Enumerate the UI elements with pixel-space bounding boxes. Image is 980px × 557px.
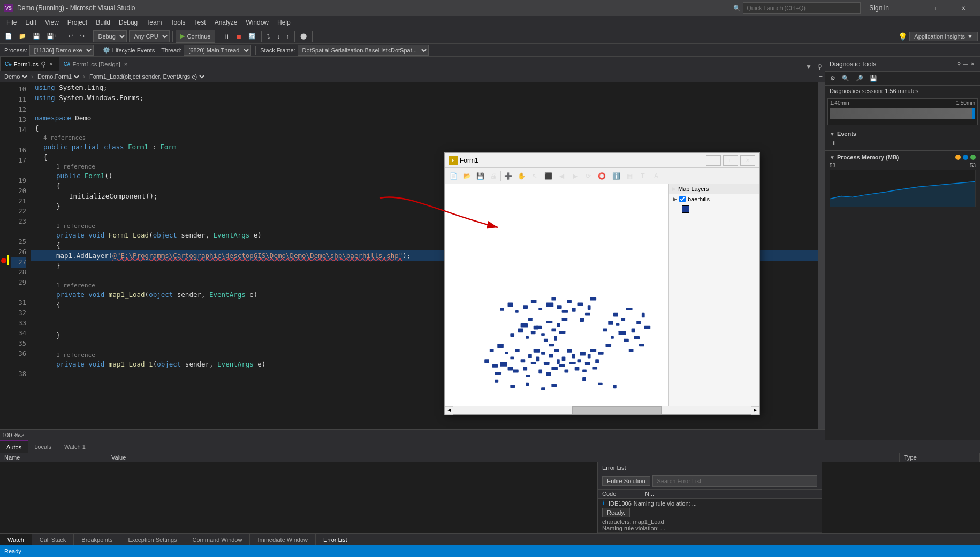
menu-analyze[interactable]: Analyze (210, 16, 242, 29)
search-error-list-input[interactable] (652, 475, 817, 487)
map-tool-zoom-box[interactable]: ⬛ (542, 170, 554, 182)
events-header[interactable]: ▼ Events (830, 129, 976, 138)
quick-launch-input[interactable] (743, 2, 861, 14)
process-dropdown[interactable]: [11336] Demo.exe (29, 45, 94, 56)
call-stack-tab[interactable]: Call Stack (32, 534, 74, 546)
breadcrumb-class[interactable]: Demo.Form1 (35, 73, 81, 80)
map-tool-label[interactable]: A (650, 170, 663, 182)
stepover-button[interactable]: ⤵ (264, 30, 273, 43)
immediate-window-tab[interactable]: Immediate Window (250, 534, 316, 546)
form1-restore-btn[interactable]: □ (723, 155, 738, 166)
scrollbar-thumb[interactable] (572, 406, 662, 414)
map-display-area[interactable] (445, 184, 668, 406)
map-tool-select[interactable]: ↖ (528, 170, 541, 182)
maximize-button[interactable]: □ (924, 0, 949, 16)
menu-team[interactable]: Team (142, 16, 166, 29)
form1-minimize-btn[interactable]: — (706, 155, 721, 166)
diag-close-button[interactable]: ✕ (969, 60, 976, 68)
menu-file[interactable]: File (2, 16, 21, 29)
editor-scrollbar[interactable] (818, 82, 825, 429)
tab-form1-cs-close[interactable]: ✕ (48, 61, 55, 67)
scroll-right-btn[interactable]: ▶ (751, 406, 759, 415)
gutter-27[interactable] (0, 255, 7, 265)
breakpoints-tab[interactable]: Breakpoints (74, 534, 120, 546)
diag-minimize-button[interactable]: — (962, 60, 969, 68)
thread-dropdown[interactable]: [6820] Main Thread (184, 45, 251, 56)
watch1-tab[interactable]: Watch 1 (58, 440, 92, 453)
entire-solution-btn[interactable]: Entire Solution (602, 476, 650, 486)
restart-button[interactable]: 🔄 (246, 30, 259, 43)
map-tool-text[interactable]: T (636, 170, 649, 182)
layer-baerhills-checkbox[interactable] (679, 196, 686, 202)
menu-help[interactable]: Help (273, 16, 295, 29)
map-tool-info[interactable]: ℹ️ (610, 170, 622, 182)
menu-edit[interactable]: Edit (21, 16, 41, 29)
zoom-down-icon[interactable] (19, 432, 24, 437)
menu-tools[interactable]: Tools (166, 16, 190, 29)
exception-settings-tab[interactable]: Exception Settings (120, 534, 185, 546)
menu-debug[interactable]: Debug (115, 16, 142, 29)
debug-mode-dropdown[interactable]: Debug (93, 30, 127, 42)
diag-save-btn[interactable]: 💾 (867, 72, 880, 85)
map-tool-zoom-next[interactable]: ▶ (568, 170, 581, 182)
form1-h-scrollbar[interactable]: ◀ ▶ (445, 406, 759, 414)
diag-search-btn[interactable]: 🔍 (839, 72, 852, 85)
app-insights-button[interactable]: Application Insights ▼ (909, 32, 978, 41)
menu-project[interactable]: Project (63, 16, 92, 29)
breadcrumb-namespace[interactable]: Demo (2, 73, 29, 80)
tab-list-button[interactable]: ▼ (803, 63, 814, 71)
diag-settings-btn[interactable]: ⚙ (827, 72, 838, 85)
tab-form1-design[interactable]: C# Form1.cs [Design] ✕ (59, 57, 133, 71)
toolbar-save[interactable]: 💾 (30, 30, 43, 43)
diag-pin-button[interactable]: ⚲ (956, 60, 962, 68)
stepout-button[interactable]: ↑ (284, 30, 292, 43)
pin-button[interactable]: ⚲ (814, 63, 825, 71)
stop-button[interactable]: ⏹ (233, 30, 245, 43)
map-tool-add[interactable]: ➕ (502, 170, 514, 182)
map-tool-open[interactable]: 📄 (447, 170, 460, 182)
diag-zoom-btn[interactable]: 🔎 (853, 72, 866, 85)
watch-tab[interactable]: Watch (0, 534, 32, 546)
stack-frame-dropdown[interactable]: DotSpatial.Serialization.BaseList<DotSpa… (298, 45, 429, 56)
scroll-left-btn[interactable]: ◀ (445, 406, 453, 415)
scrollbar-track[interactable] (453, 406, 751, 414)
autos-tab[interactable]: Autos (0, 440, 28, 453)
close-button[interactable]: ✕ (951, 0, 976, 16)
map-tool-zoom-prev[interactable]: ◀ (555, 170, 568, 182)
tab-form1-cs[interactable]: C# Form1.cs ⚲ ✕ (0, 57, 59, 71)
toolbar-undo[interactable]: ↩ (66, 30, 76, 43)
map-tool-circle[interactable]: ⭕ (595, 170, 608, 182)
toolbar-breakpoints[interactable]: ⬤ (298, 30, 309, 43)
form1-close-btn[interactable]: ✕ (740, 155, 755, 166)
map-tool-table[interactable]: ▦ (623, 170, 636, 182)
sep2 (255, 46, 256, 55)
minimize-button[interactable]: — (898, 0, 922, 16)
memory-header[interactable]: ▼ Process Memory (MB) (830, 153, 976, 162)
menu-window[interactable]: Window (241, 16, 273, 29)
toolbar-open[interactable]: 📁 (16, 30, 29, 43)
command-window-tab[interactable]: Command Window (185, 534, 250, 546)
continue-button[interactable]: ▶ Continue (176, 30, 215, 43)
pause-button[interactable]: ⏸ (221, 30, 232, 43)
stepinto-button[interactable]: ↓ (274, 30, 283, 43)
breadcrumb-method[interactable]: Form1_Load(object sender, EventArgs e) (87, 73, 206, 80)
map-tool-refresh[interactable]: ⟳ (582, 170, 595, 182)
toolbar-redo[interactable]: ↪ (77, 30, 87, 43)
sign-in-button[interactable]: Sign in (869, 4, 889, 12)
events-pause-btn[interactable]: ⏸ (830, 139, 839, 147)
error-list-tab[interactable]: Error List (316, 534, 355, 546)
expand-icon[interactable]: + (819, 73, 823, 80)
map-tool-print[interactable]: 🖨 (487, 170, 500, 182)
map-tool-save[interactable]: 💾 (474, 170, 487, 182)
locals-tab[interactable]: Locals (28, 440, 58, 453)
toolbar-saveall[interactable]: 💾+ (44, 30, 60, 43)
toolbar-new[interactable]: 📄 (2, 30, 15, 43)
map-tool-pan[interactable]: ✋ (515, 170, 528, 182)
tab-form1-design-close[interactable]: ✕ (123, 61, 129, 67)
menu-view[interactable]: View (41, 16, 63, 29)
platform-dropdown[interactable]: Any CPU (129, 30, 170, 42)
map-tool-folder[interactable]: 📂 (460, 170, 473, 182)
menu-build[interactable]: Build (92, 16, 115, 29)
menu-test[interactable]: Test (190, 16, 210, 29)
tab-form1-cs-pin[interactable]: ⚲ (41, 60, 46, 68)
